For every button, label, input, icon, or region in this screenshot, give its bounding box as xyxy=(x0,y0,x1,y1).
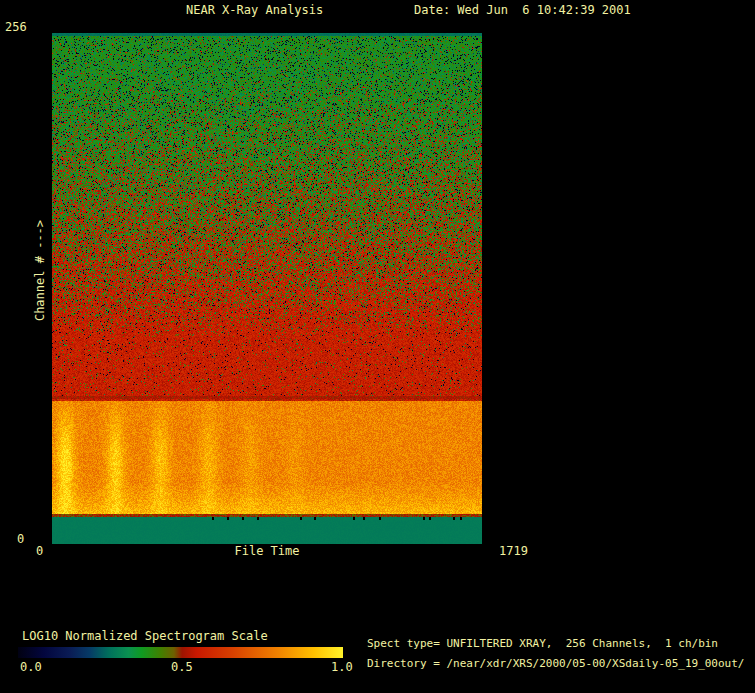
spect-type-text: Spect type= UNFILTERED XRAY, 256 Channel… xyxy=(367,637,718,650)
colorbar-tick-mid: 0.5 xyxy=(171,661,193,674)
x-axis-max-label: 1719 xyxy=(499,545,528,558)
y-axis-max-label: 256 xyxy=(5,21,27,34)
x-axis-min-label: 0 xyxy=(36,545,43,558)
app-window: NEAR X-Ray Analysis Date: Wed Jun 6 10:4… xyxy=(0,0,755,693)
x-axis-title: File Time xyxy=(202,545,332,558)
colorbar-title: LOG10 Normalized Spectrogram Scale xyxy=(22,630,268,643)
y-axis-title: Channel # ---> xyxy=(34,211,47,331)
date-text: Date: Wed Jun 6 10:42:39 2001 xyxy=(414,4,631,17)
y-axis-min-label: 0 xyxy=(17,533,24,546)
page-title: NEAR X-Ray Analysis xyxy=(186,4,323,17)
directory-text: Directory = /near/xdr/XRS/2000/05-00/XSd… xyxy=(367,657,745,670)
colorbar-tick-min: 0.0 xyxy=(20,661,42,674)
colorbar-tick-max: 1.0 xyxy=(331,661,353,674)
spectrogram-canvas xyxy=(52,33,482,544)
colorbar-gradient xyxy=(18,647,343,658)
